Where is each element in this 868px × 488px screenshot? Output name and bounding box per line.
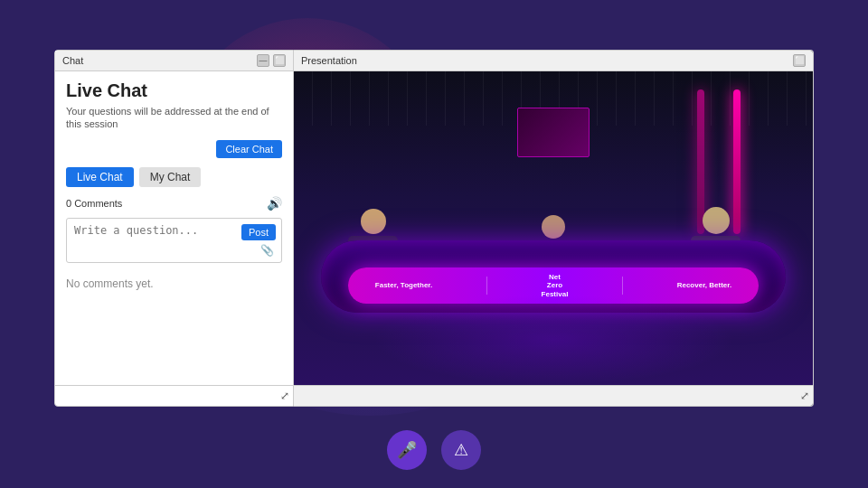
presentation-restore-icon: ⬜	[795, 56, 805, 65]
banner-right-text: Recover, Better.	[677, 281, 731, 290]
backdrop-screen	[517, 108, 590, 157]
video-background: Faster, Together. Net Zero Festival Reco…	[294, 71, 813, 385]
tab-live-chat[interactable]: Live Chat	[66, 167, 134, 187]
stage-backdrop: Faster, Together. Net Zero Festival Reco…	[294, 71, 813, 385]
expand-icon[interactable]: ⤢	[280, 389, 289, 402]
chat-tabs: Live Chat My Chat	[66, 167, 282, 187]
attachment-icon[interactable]: 📎	[260, 244, 274, 257]
main-container: Chat — ⬜ Live Chat Your questions will b…	[54, 50, 814, 407]
banner-left-text: Faster, Together.	[375, 281, 432, 290]
banner-separator-2	[622, 277, 623, 295]
microphone-icon: 🎤	[397, 440, 417, 460]
chat-panel-header: Chat — ⬜	[55, 51, 293, 71]
person-left-head	[361, 209, 386, 234]
banner-separator-1	[486, 277, 487, 295]
comments-bar: 0 Comments 🔊	[66, 196, 282, 211]
presentation-panel: Presentation ⬜	[294, 50, 814, 407]
minimize-icon: —	[259, 56, 268, 65]
person-center-head	[542, 215, 565, 239]
presentation-title: Presentation	[301, 55, 357, 66]
presentation-expand-icon[interactable]: ⤢	[800, 389, 809, 402]
question-input-area[interactable]: Post 📎	[66, 218, 282, 263]
presentation-restore-button[interactable]: ⬜	[793, 54, 806, 67]
minimize-button[interactable]: —	[257, 54, 269, 67]
presentation-header: Presentation ⬜	[294, 51, 813, 71]
bottom-toolbar: 🎤 ⚠	[387, 430, 481, 470]
presentation-video: Faster, Together. Net Zero Festival Reco…	[294, 71, 813, 385]
chat-title: Live Chat	[66, 80, 282, 101]
person-right-head	[703, 207, 730, 234]
chat-panel-footer: ⤢	[55, 385, 293, 406]
alert-button[interactable]: ⚠	[441, 430, 481, 470]
chat-panel-title: Chat	[62, 55, 83, 66]
restore-button[interactable]: ⬜	[273, 54, 286, 67]
post-button[interactable]: Post	[241, 224, 276, 240]
floor-glow	[373, 295, 734, 385]
presentation-footer: ⤢	[294, 385, 813, 406]
no-comments-text: No comments yet.	[66, 277, 282, 290]
clear-chat-button[interactable]: Clear Chat	[216, 140, 282, 158]
chat-header-controls: — ⬜	[257, 54, 286, 67]
sound-icon[interactable]: 🔊	[267, 196, 282, 211]
chat-panel: Chat — ⬜ Live Chat Your questions will b…	[54, 50, 294, 407]
chat-subtitle: Your questions will be addressed at the …	[66, 105, 282, 131]
restore-icon: ⬜	[275, 56, 285, 65]
chat-body: Live Chat Your questions will be address…	[55, 71, 293, 385]
comments-count: 0 Comments	[66, 198, 122, 209]
microphone-button[interactable]: 🎤	[387, 430, 427, 470]
tab-my-chat[interactable]: My Chat	[139, 167, 202, 187]
alert-icon: ⚠	[454, 440, 468, 460]
